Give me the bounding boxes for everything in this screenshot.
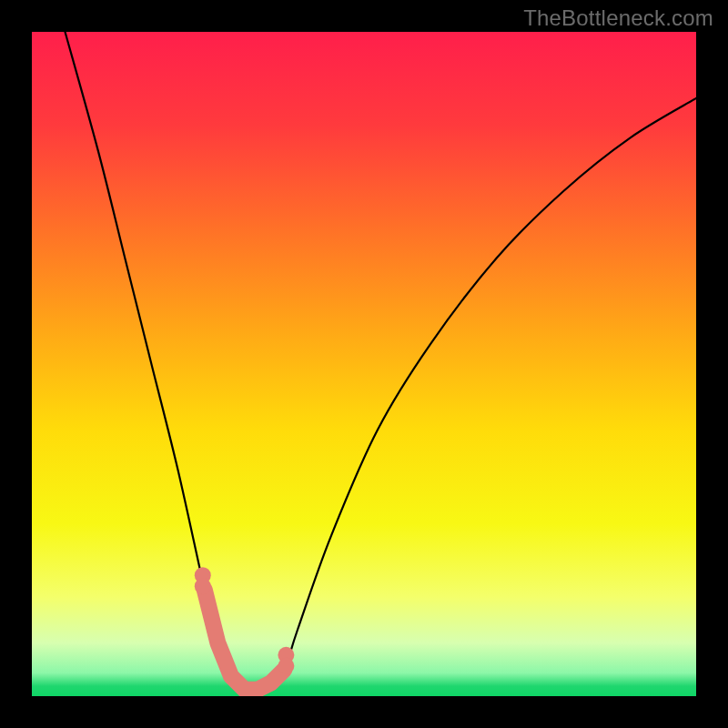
bottleneck-curve [66,32,697,691]
frame: TheBottleneck.com [0,0,728,728]
svg-point-4 [278,658,294,674]
highlight-segment [205,590,285,690]
watermark-text: TheBottleneck.com [523,5,713,31]
svg-point-2 [195,578,211,594]
plot-area [32,32,696,696]
chart-overlay [32,32,696,696]
